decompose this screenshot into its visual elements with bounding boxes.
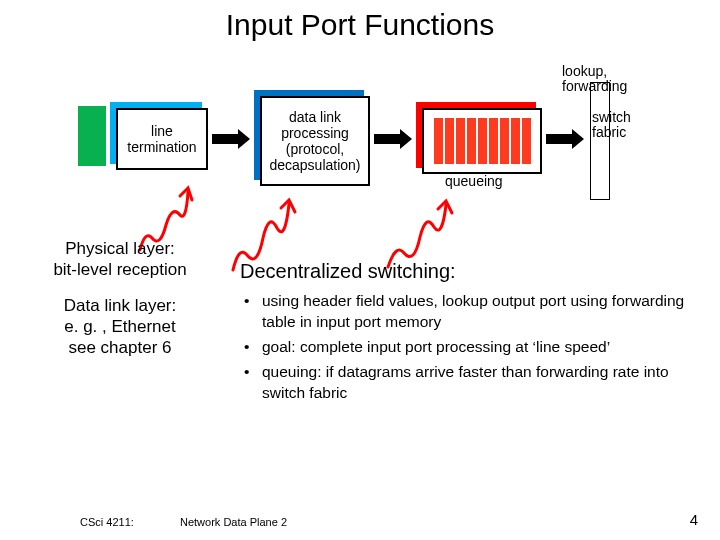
queue-label: queueing: [445, 174, 503, 189]
box-data-link: data link processing (protocol, decapsul…: [260, 96, 370, 186]
bullet-1: using header field values, lookup output…: [262, 291, 700, 333]
box-lookup-queue: [422, 108, 542, 174]
box-line-termination: line termination: [116, 108, 208, 170]
right-text-column: Decentralized switching: using header fi…: [240, 260, 700, 408]
bullet-2: goal: complete input port processing at …: [262, 337, 700, 358]
bullet-list: using header field values, lookup output…: [240, 291, 700, 404]
footer-course: CSci 4211:: [80, 516, 134, 528]
physical-layer-title: Physical layer:: [20, 238, 220, 259]
datalink-layer-ref: see chapter 6: [20, 337, 220, 358]
decentralized-heading: Decentralized switching:: [240, 260, 700, 283]
green-shadow: [78, 106, 106, 166]
arrow-3: [546, 134, 574, 144]
lookup-label: lookup, forwarding: [562, 64, 642, 95]
physical-layer-desc: bit-level reception: [20, 259, 220, 280]
datalink-layer-title: Data link layer:: [20, 295, 220, 316]
datalink-layer-eg: e. g. , Ethernet: [20, 316, 220, 337]
slide-title: Input Port Functions: [0, 0, 720, 42]
arrow-1: [212, 134, 240, 144]
footer-subtitle: Network Data Plane 2: [180, 516, 287, 528]
switch-fabric-box: [590, 82, 610, 200]
queue-bars-icon: [434, 118, 531, 164]
bullet-3: queuing: if datagrams arrive faster than…: [262, 362, 700, 404]
arrow-2: [374, 134, 402, 144]
page-number: 4: [690, 511, 698, 528]
left-text-column: Physical layer: bit-level reception Data…: [20, 238, 220, 372]
switch-fabric-label: switch fabric: [592, 110, 642, 141]
